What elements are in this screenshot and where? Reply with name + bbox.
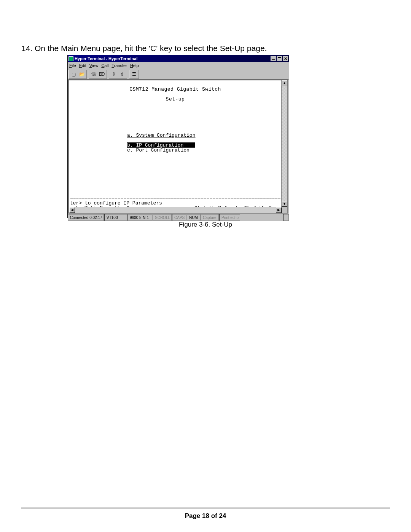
minimize-icon xyxy=(272,59,275,60)
menu-help[interactable]: Help xyxy=(130,63,139,68)
menu-file[interactable]: File xyxy=(69,63,76,68)
maximize-icon xyxy=(278,57,281,60)
terminal-output[interactable]: GSM712 Managed Gigabit Switch Set-up a. … xyxy=(69,80,281,207)
term-separator: ========================================… xyxy=(70,195,280,200)
status-bar: Connected 0:02:17 VT100 9600 8-N-1 SCROL… xyxy=(68,214,289,221)
term-header-1: GSM712 Managed Gigabit Switch xyxy=(70,87,280,92)
horizontal-scrollbar[interactable]: ◀ ▶ xyxy=(69,207,287,213)
vertical-scrollbar[interactable]: ▲ ▼ xyxy=(281,80,287,207)
window-title: Hyper Terminal - HyperTerminal xyxy=(75,56,137,61)
receive-icon[interactable]: ⇧ xyxy=(118,70,126,78)
menu-edit[interactable]: Edit xyxy=(79,63,86,68)
instruction-text: 14. On the Main Menu page, hit the 'C' k… xyxy=(21,44,267,53)
status-settings: 9600 8-N-1 xyxy=(127,214,152,221)
maximize-button[interactable] xyxy=(277,56,282,61)
page-footer: Page 18 of 24 xyxy=(0,512,411,520)
scroll-down-icon[interactable]: ▼ xyxy=(282,201,287,207)
menu-call[interactable]: Call xyxy=(101,63,108,68)
properties-icon[interactable]: ☰ xyxy=(130,70,138,78)
menu-bar: File Edit View Call Transfer Help xyxy=(68,62,289,69)
hscroll-track[interactable] xyxy=(75,207,276,213)
scroll-left-icon[interactable]: ◀ xyxy=(69,207,75,213)
send-icon[interactable]: ⇩ xyxy=(110,70,118,78)
status-capture: Capture xyxy=(201,214,219,221)
phone-icon[interactable]: ☏ xyxy=(89,70,98,78)
term-prompt-2-left: ack <Tab> Move the Cursor xyxy=(70,206,144,207)
minimize-button[interactable] xyxy=(271,56,276,61)
resize-grip-icon[interactable] xyxy=(283,214,289,221)
document-page: 14. On the Main Menu page, hit the 'C' k… xyxy=(0,0,411,532)
app-icon xyxy=(68,56,73,61)
status-connection: Connected 0:02:17 xyxy=(68,214,104,221)
status-num: NUM xyxy=(187,214,200,221)
status-printecho: Print echo xyxy=(219,214,240,221)
scroll-up-icon[interactable]: ▲ xyxy=(282,80,287,86)
close-button[interactable]: ✕ xyxy=(283,56,288,61)
title-bar[interactable]: Hyper Terminal - HyperTerminal ✕ xyxy=(68,55,289,62)
footer-rule xyxy=(21,508,390,508)
term-prompt-2-right: <Ctrl-L> Refresh <Ctrl-W> Save xyxy=(191,206,280,207)
menu-transfer[interactable]: Transfer xyxy=(112,63,127,68)
status-caps: CAPS xyxy=(172,214,186,221)
scroll-corner xyxy=(282,207,287,213)
scroll-right-icon[interactable]: ▶ xyxy=(276,207,282,213)
status-emulation: VT100 xyxy=(104,214,127,221)
hyperterminal-window: Hyper Terminal - HyperTerminal ✕ File Ed… xyxy=(67,55,289,218)
figure-caption: Figure 3-6. Set-Up xyxy=(0,221,411,228)
term-menu-a: a. System Configuration xyxy=(127,133,280,138)
status-scroll: SCROLL xyxy=(153,214,172,221)
menu-view[interactable]: View xyxy=(89,63,99,68)
vscroll-track[interactable] xyxy=(282,86,287,201)
toolbar: ▢ 📂 ☏ ⌦ ⇩ ⇧ ☰ xyxy=(68,69,289,80)
new-doc-icon[interactable]: ▢ xyxy=(69,70,78,78)
term-menu-c: c. Port Configuration xyxy=(127,148,280,153)
hangup-icon[interactable]: ⌦ xyxy=(98,70,106,78)
close-icon: ✕ xyxy=(284,57,287,61)
terminal-frame: GSM712 Managed Gigabit Switch Set-up a. … xyxy=(68,80,288,214)
term-header-2: Set-up xyxy=(70,97,280,102)
open-icon[interactable]: 📂 xyxy=(78,70,86,78)
